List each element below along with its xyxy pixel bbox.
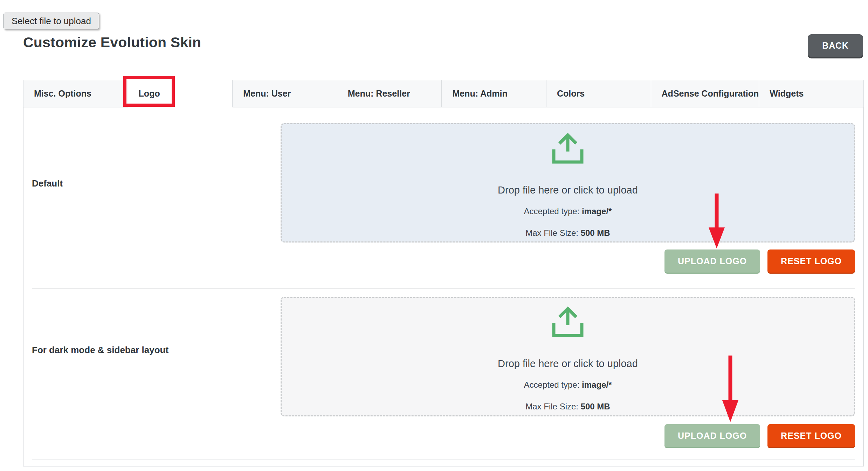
tab-label: Widgets	[770, 89, 804, 99]
select-file-tooltip: Select file to upload	[4, 13, 99, 29]
row-label-default: Default	[32, 123, 281, 189]
max-size-label: Max File Size:	[525, 228, 578, 238]
page-title: Customize Evolution Skin	[23, 34, 201, 51]
reset-logo-button-default[interactable]: RESET LOGO	[767, 249, 855, 273]
tab-menu-admin[interactable]: Menu: Admin	[441, 80, 546, 107]
tab-label: Menu: Reseller	[348, 89, 410, 99]
tab-logo[interactable]: Logo	[128, 80, 233, 107]
tab-menu-user[interactable]: Menu: User	[232, 80, 337, 107]
customize-skin-page: Select file to upload Customize Evolutio…	[0, 0, 868, 471]
tab-misc-options[interactable]: Misc. Options	[23, 80, 128, 107]
upload-logo-button-dark-mode[interactable]: UPLOAD LOGO	[664, 424, 760, 447]
accepted-type-value: image/*	[582, 206, 612, 216]
upload-arrow-icon	[550, 305, 585, 340]
dropzone-instruction: Drop file here or click to upload	[498, 184, 638, 196]
max-size-value: 500 MB	[581, 402, 610, 411]
max-size-label: Max File Size:	[525, 402, 578, 411]
tab-adsense-configuration[interactable]: AdSense Configuration	[651, 80, 759, 107]
row-main-dark-mode: Drop file here or click to upload Accept…	[281, 297, 855, 447]
tab-label: Menu: Admin	[452, 89, 507, 99]
reset-logo-button-dark-mode[interactable]: RESET LOGO	[767, 424, 855, 447]
tab-colors[interactable]: Colors	[546, 80, 651, 107]
dropzone-accepted-type: Accepted type: image/*	[524, 380, 612, 390]
tab-menu-reseller[interactable]: Menu: Reseller	[337, 80, 442, 107]
tab-bar: Misc. Options Logo Menu: User Menu: Rese…	[23, 80, 864, 107]
logo-row-default: Default Drop file here or click to uploa…	[32, 107, 855, 288]
max-size-value: 500 MB	[581, 228, 610, 238]
row-label-dark-mode: For dark mode & sidebar layout	[32, 297, 281, 356]
logo-tab-panel: Default Drop file here or click to uploa…	[23, 107, 864, 466]
accepted-type-label: Accepted type:	[524, 380, 580, 389]
upload-logo-button-default[interactable]: UPLOAD LOGO	[664, 249, 760, 273]
dropzone-default[interactable]: Drop file here or click to upload Accept…	[281, 123, 855, 242]
back-button[interactable]: BACK	[808, 34, 863, 57]
tab-label: AdSense Configuration	[662, 89, 759, 99]
tab-label: Logo	[139, 89, 160, 99]
upload-arrow-icon	[550, 131, 585, 166]
tab-label: Menu: User	[243, 89, 291, 99]
select-file-tooltip-label: Select file to upload	[12, 16, 91, 27]
dropzone-dark-mode[interactable]: Drop file here or click to upload Accept…	[281, 297, 855, 416]
accepted-type-value: image/*	[582, 380, 612, 389]
tab-label: Colors	[557, 89, 585, 99]
row-main-default: Drop file here or click to upload Accept…	[281, 123, 855, 273]
dropzone-max-file-size: Max File Size: 500 MB	[525, 402, 610, 412]
tab-label: Misc. Options	[34, 89, 91, 99]
dropzone-accepted-type: Accepted type: image/*	[524, 206, 612, 216]
tab-widgets[interactable]: Widgets	[759, 80, 864, 107]
row-label-column: For dark mode & sidebar layout	[32, 297, 281, 447]
accepted-type-label: Accepted type:	[524, 206, 580, 216]
button-row-dark-mode: UPLOAD LOGO RESET LOGO	[281, 424, 855, 447]
logo-row-dark-mode: For dark mode & sidebar layout Drop file…	[32, 288, 855, 460]
button-row-default: UPLOAD LOGO RESET LOGO	[281, 249, 855, 273]
dropzone-max-file-size: Max File Size: 500 MB	[525, 228, 610, 238]
row-label-column: Default	[32, 123, 281, 273]
dropzone-instruction: Drop file here or click to upload	[498, 358, 638, 370]
